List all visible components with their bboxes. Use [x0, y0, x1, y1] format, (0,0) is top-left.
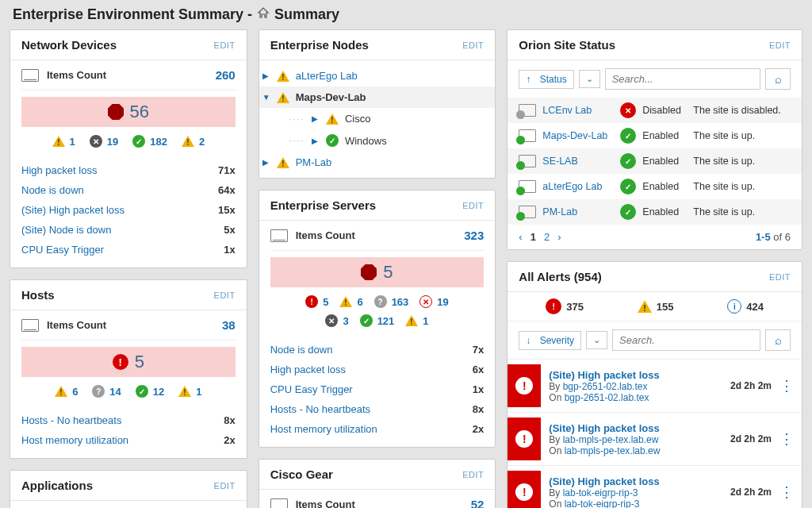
alert-link[interactable]: CPU Easy Trigger: [21, 244, 104, 256]
octagon-icon: [108, 104, 124, 120]
site-row[interactable]: aLterEgo Lab ✓ Enabled The site is up.: [508, 174, 802, 199]
site-row[interactable]: Maps-Dev-Lab ✓ Enabled The site is up.: [508, 123, 802, 148]
warn-icon: [182, 136, 194, 147]
warn-icon: [52, 136, 65, 147]
enabled-icon: ✓: [620, 179, 636, 194]
tree-item[interactable]: ▶ aLterEgo Lab: [259, 65, 496, 87]
pager-next[interactable]: ›: [557, 231, 561, 243]
site-icon: [519, 206, 536, 218]
unknown-x-icon: ✕: [325, 314, 338, 327]
edit-button[interactable]: EDIT: [214, 40, 236, 50]
edit-button[interactable]: EDIT: [462, 201, 484, 210]
chevron-down-icon: ▼: [262, 93, 270, 102]
site-row[interactable]: LCEnv Lab ✕ Disabled The site is disable…: [508, 98, 802, 123]
pager-page[interactable]: 2: [544, 231, 550, 243]
site-icon: [519, 155, 536, 167]
site-icon: [519, 104, 536, 117]
tree-item[interactable]: ···· ▶ ✓ Windows: [286, 129, 496, 152]
search-input[interactable]: [612, 329, 760, 351]
tree-connector: ····: [289, 114, 305, 124]
info-icon: i: [727, 299, 741, 314]
search-input[interactable]: [605, 68, 760, 90]
warn-icon: [277, 157, 289, 168]
disabled-icon: ✕: [620, 102, 636, 118]
pager-page[interactable]: 1: [530, 231, 536, 243]
site-icon: [519, 129, 536, 142]
unknown-icon: ?: [92, 385, 105, 398]
row-menu-icon[interactable]: ⋮: [779, 377, 794, 394]
edit-button[interactable]: EDIT: [769, 272, 791, 282]
tree-item[interactable]: ▶ PM-Lab: [259, 152, 496, 173]
warn-icon: [405, 315, 418, 326]
alert-row[interactable]: ! (Site) High packet loss By lab-mpls-pe…: [508, 412, 802, 465]
enabled-icon: ✓: [620, 128, 636, 144]
search-button[interactable]: ⌕: [765, 329, 791, 351]
home-icon: [257, 6, 270, 23]
sort-button[interactable]: ↓ Severity: [519, 331, 581, 350]
check-icon: ✓: [132, 135, 145, 148]
alert-link[interactable]: High packet loss: [21, 164, 97, 176]
unknown-icon: ?: [374, 295, 387, 308]
tree-item[interactable]: ···· ▶ Cisco: [286, 108, 496, 129]
check-icon: ✓: [326, 134, 339, 147]
sort-dropdown[interactable]: ⌄: [579, 70, 600, 88]
alert-link[interactable]: Hosts - No heartbeats: [21, 414, 121, 426]
alert-link[interactable]: Host memory utilization: [21, 434, 128, 446]
node-icon: [270, 498, 288, 509]
node-icon: [21, 319, 39, 332]
site-row[interactable]: PM-Lab ✓ Enabled The site is up.: [508, 199, 802, 225]
enabled-icon: ✓: [620, 153, 636, 169]
search-icon: ⌕: [775, 333, 782, 347]
warn-icon: [339, 296, 352, 307]
enabled-icon: ✓: [620, 204, 636, 220]
edit-button[interactable]: EDIT: [462, 40, 484, 50]
hosts-card: Hosts EDIT Items Count 38 ! 5 6 ?14 ✓12 …: [10, 279, 247, 459]
edit-button[interactable]: EDIT: [214, 291, 236, 300]
critical-icon: !: [113, 354, 128, 370]
alert-link[interactable]: Node is down: [270, 344, 333, 356]
check-icon: ✓: [136, 385, 148, 398]
warn-icon: [55, 386, 67, 397]
alert-link[interactable]: (Site) High packet loss: [21, 204, 124, 216]
row-menu-icon[interactable]: ⋮: [779, 483, 794, 501]
alert-link[interactable]: Host memory utilization: [270, 423, 377, 435]
edit-button[interactable]: EDIT: [769, 40, 791, 50]
unknown-x-icon: ✕: [90, 135, 102, 148]
chevron-down-icon: ⌄: [586, 74, 593, 84]
chevron-right-icon: ▶: [262, 71, 270, 80]
alert-link[interactable]: Node is down: [21, 184, 84, 196]
alert-row[interactable]: ! (Site) High packet loss By lab-tok-eig…: [508, 465, 802, 508]
edit-button[interactable]: EDIT: [214, 481, 236, 491]
check-icon: ✓: [360, 314, 373, 327]
row-menu-icon[interactable]: ⋮: [779, 430, 794, 448]
alert-link[interactable]: (Site) Node is down: [21, 224, 111, 236]
site-row[interactable]: SE-LAB ✓ Enabled The site is up.: [508, 148, 802, 174]
alert-link[interactable]: High packet loss: [270, 364, 346, 375]
warn-icon: [326, 114, 339, 125]
sort-dropdown[interactable]: ⌄: [586, 331, 607, 349]
alert-link[interactable]: Hosts - No heartbeats: [270, 403, 370, 415]
warn-icon: [277, 71, 289, 82]
enterprise-servers-card: Enterprise Servers EDIT Items Count 323 …: [259, 190, 496, 448]
orion-site-status-card: Orion Site Status EDIT ↑ Status ⌄ ⌕ LCEn…: [507, 29, 802, 250]
alert-link[interactable]: CPU Easy Trigger: [270, 383, 353, 395]
pager-prev[interactable]: ‹: [519, 231, 522, 243]
arrow-up-icon: ↑: [526, 74, 530, 85]
chevron-right-icon: ▶: [262, 158, 270, 167]
warn-icon: [277, 92, 289, 103]
tree-item[interactable]: ▼ Maps-Dev-Lab: [259, 87, 496, 108]
unreachable-icon: ✕: [419, 295, 432, 308]
search-button[interactable]: ⌕: [765, 68, 791, 90]
chevron-right-icon: ▶: [312, 137, 320, 145]
items-count-value[interactable]: 260: [216, 68, 236, 82]
cisco-gear-card: Cisco Gear EDIT Items Count 52: [259, 459, 496, 508]
alert-row[interactable]: ! (Site) High packet loss By bgp-2651-02…: [508, 359, 802, 412]
arrow-down-icon: ↓: [526, 335, 530, 346]
site-icon: [519, 180, 536, 193]
critical-badge-icon: !: [515, 483, 533, 501]
edit-button[interactable]: EDIT: [462, 470, 484, 479]
pager: ‹ 1 2 › 1-5 of 6: [508, 225, 802, 249]
critical-badge-icon: !: [515, 430, 533, 448]
node-icon: [270, 229, 288, 242]
sort-button[interactable]: ↑ Status: [519, 70, 573, 89]
